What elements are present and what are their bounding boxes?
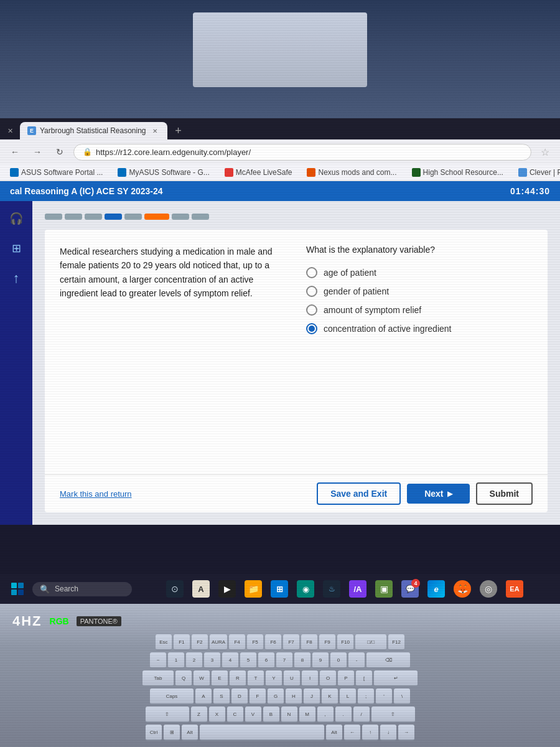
key-f[interactable]: F	[250, 688, 266, 705]
key-tab[interactable]: Tab	[142, 670, 174, 687]
key-7[interactable]: 7	[276, 652, 292, 669]
key-semi[interactable]: ;	[358, 688, 374, 705]
key-ctrl[interactable]: Ctrl	[146, 725, 162, 741]
key-e[interactable]: E	[212, 670, 228, 687]
nav-dot-6[interactable]	[144, 214, 169, 220]
key-s[interactable]: S	[213, 688, 230, 705]
taskbar-search[interactable]: 🔍 Search	[32, 582, 132, 596]
key-ralt[interactable]: Alt	[326, 725, 342, 741]
submit-button[interactable]: Submit	[476, 482, 533, 505]
key-i[interactable]: I	[302, 670, 318, 687]
key-l[interactable]: L	[340, 688, 356, 705]
nav-dot-4[interactable]	[105, 214, 122, 220]
key-esc[interactable]: Esc	[156, 634, 172, 651]
nav-dot-8[interactable]	[192, 214, 209, 220]
key-r[interactable]: R	[230, 670, 246, 687]
answer-option-2[interactable]: gender of patient	[306, 286, 533, 297]
key-backslash[interactable]: \	[394, 688, 410, 705]
key-p[interactable]: P	[338, 670, 354, 687]
key-minus[interactable]: -	[348, 652, 365, 669]
key-tilde[interactable]: ~	[150, 652, 166, 669]
bookmark-mcafee[interactable]: McAfee LiveSafe	[221, 167, 296, 178]
key-c[interactable]: C	[227, 707, 243, 723]
tab-close[interactable]: ✕	[150, 126, 160, 136]
answer-option-3[interactable]: amount of symptom relief	[306, 304, 533, 316]
key-n[interactable]: N	[281, 707, 297, 723]
key-f12[interactable]: F12	[388, 634, 404, 651]
key-3[interactable]: 3	[204, 652, 220, 669]
taskbar-video[interactable]: ▶	[216, 578, 238, 600]
key-left[interactable]: ←	[344, 725, 360, 741]
key-b[interactable]: B	[263, 707, 279, 723]
key-x[interactable]: X	[209, 707, 225, 723]
key-j[interactable]: J	[304, 688, 320, 705]
key-quote[interactable]: '	[376, 688, 392, 705]
forward-button[interactable]: →	[29, 143, 46, 161]
nav-dot-5[interactable]	[124, 214, 142, 220]
answer-option-1[interactable]: age of patient	[306, 267, 533, 278]
mark-return-button[interactable]: Mark this and return	[60, 489, 132, 499]
key-win[interactable]: ⊞	[164, 725, 180, 741]
sidebar-headphone[interactable]: 🎧	[6, 209, 26, 228]
taskbar-edge[interactable]: e	[425, 578, 447, 600]
key-u[interactable]: U	[284, 670, 300, 687]
key-6[interactable]: 6	[258, 652, 274, 669]
taskbar-files[interactable]: 📁	[242, 578, 264, 600]
nav-dot-2[interactable]	[65, 214, 82, 220]
key-v[interactable]: V	[245, 707, 261, 723]
key-o[interactable]: O	[320, 670, 336, 687]
key-alt[interactable]: Alt	[182, 725, 198, 741]
key-a[interactable]: A	[195, 688, 212, 705]
taskbar-store[interactable]: ⊞	[268, 578, 291, 600]
key-f3[interactable]: AURA	[210, 634, 227, 651]
key-down[interactable]: ↓	[380, 725, 396, 741]
taskbar-font[interactable]: A	[190, 578, 212, 600]
bookmark-star[interactable]: ☆	[536, 143, 554, 161]
sidebar-arrow-up[interactable]: ↑	[6, 268, 26, 288]
key-g[interactable]: G	[268, 688, 284, 705]
key-backspace[interactable]: ⌫	[366, 652, 410, 669]
key-2[interactable]: 2	[186, 652, 202, 669]
key-w[interactable]: W	[194, 670, 210, 687]
radio-1[interactable]	[306, 267, 317, 278]
key-up[interactable]: ↑	[362, 725, 378, 741]
nav-dot-3[interactable]	[85, 214, 102, 220]
taskbar-ia[interactable]: /A	[347, 578, 369, 600]
key-f7[interactable]: F7	[283, 634, 299, 651]
nav-dot-7[interactable]	[172, 214, 189, 220]
answer-option-4[interactable]: concentration of active ingredient	[306, 323, 533, 334]
key-k[interactable]: K	[322, 688, 338, 705]
save-exit-button[interactable]: Save and Exit	[317, 482, 401, 505]
key-f11[interactable]: □/□	[355, 634, 386, 651]
bookmark-highschool[interactable]: High School Resource...	[408, 167, 507, 178]
key-9[interactable]: 9	[312, 652, 329, 669]
key-rshift[interactable]: ⇧	[371, 707, 415, 723]
taskbar-chat[interactable]: 💬 4	[399, 578, 421, 600]
key-f1[interactable]: F1	[174, 634, 190, 651]
back-button[interactable]: ←	[6, 143, 24, 161]
address-field[interactable]: 🔒 https://r12.core.learn.edgenuity.com/p…	[73, 144, 531, 161]
bookmark-myasus[interactable]: MyASUS Software - G...	[114, 167, 213, 178]
taskbar-steam2[interactable]: ♨	[320, 578, 343, 600]
next-button[interactable]: Next	[407, 484, 469, 504]
key-y[interactable]: Y	[266, 670, 282, 687]
key-z[interactable]: Z	[191, 707, 207, 723]
taskbar-steam[interactable]: ⊙	[164, 578, 186, 600]
key-space[interactable]	[200, 725, 324, 741]
key-m[interactable]: M	[299, 707, 315, 723]
key-right[interactable]: →	[398, 725, 414, 741]
taskbar-ea[interactable]: EA	[503, 578, 526, 600]
bookmark-nexus[interactable]: Nexus mods and com...	[303, 167, 400, 178]
taskbar-firefox[interactable]: 🦊	[451, 578, 474, 600]
key-f6[interactable]: F6	[265, 634, 281, 651]
key-f9[interactable]: F9	[319, 634, 335, 651]
new-tab-button[interactable]: +	[170, 122, 187, 139]
key-t[interactable]: T	[248, 670, 264, 687]
key-d[interactable]: D	[231, 688, 248, 705]
key-f5[interactable]: F5	[247, 634, 263, 651]
taskbar-browser[interactable]: ◉	[294, 578, 317, 600]
radio-3[interactable]	[306, 304, 317, 316]
key-5[interactable]: 5	[240, 652, 256, 669]
refresh-button[interactable]: ↻	[51, 143, 68, 161]
taskbar-circle[interactable]: ◎	[477, 578, 500, 600]
